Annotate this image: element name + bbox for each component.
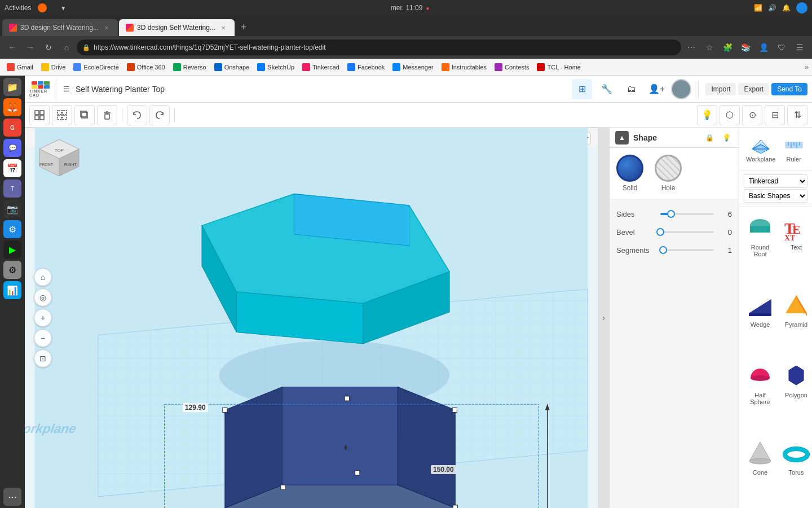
shape-item-polygon[interactable]: Polygon [780,359,812,433]
dock-calendar[interactable]: 📅 [3,159,21,177]
sides-slider[interactable] [660,213,714,215]
flip-button[interactable]: ⇅ [787,105,807,125]
bookmarks-overflow[interactable]: » [805,63,809,71]
dock-discord[interactable]: 💬 [3,139,21,157]
panel-collapse-button[interactable]: ▲ [615,131,629,144]
bookmark-button[interactable]: ☆ [701,40,717,55]
export-button[interactable]: Export [738,83,769,95]
solid-option[interactable]: Solid [616,155,643,192]
shape-item-wedge[interactable]: Wedge [744,288,776,356]
segments-slider[interactable] [660,249,714,251]
add-user-button[interactable]: 👤+ [646,79,667,99]
components-button[interactable]: 🗂 [621,79,642,99]
dock-files[interactable]: 📁 [3,78,21,96]
dock-camera[interactable]: 📷 [3,200,21,218]
dock-firefox[interactable]: 🦊 [3,98,21,116]
delete-button[interactable] [97,105,117,125]
svg-rect-6 [58,116,61,120]
forward-button[interactable]: → [23,40,38,55]
duplicate-button[interactable] [74,105,95,125]
browser-tab-1[interactable]: 3D design Self Watering... ✕ [2,19,118,36]
shape-item-torus[interactable]: Torus [780,436,812,503]
dock-terminal[interactable]: ▶ [3,240,21,259]
dock-unknown1[interactable]: ⚙ [3,220,21,238]
nav-cube[interactable]: TOP FRONT RIGHT [34,137,85,187]
toolbar-separator-1 [122,108,122,122]
lock-shape-button[interactable]: 🔒 [703,131,716,144]
ungroup-button[interactable] [52,105,72,125]
undo-button[interactable] [127,105,147,125]
dock-gmail-app[interactable]: G [3,119,21,137]
light-button[interactable]: 💡 [697,105,717,125]
library-subcategory-select[interactable]: Basic Shapes [744,189,807,203]
shape-item-cone[interactable]: Cone [744,436,776,503]
bookmark-contests[interactable]: Contests [491,62,532,72]
hole-option[interactable]: Hole [655,155,682,192]
shape-item-pyramid[interactable]: Pyramid [780,288,812,356]
shape-item-half-sphere[interactable]: Half Sphere [744,359,776,433]
user-avatar-os[interactable] [796,2,807,14]
bookmark-reverso[interactable]: Reverso [170,62,210,72]
bevel-slider[interactable] [660,231,714,233]
align-button[interactable]: ⬡ [720,105,740,125]
bookmark-office[interactable]: Office 360 [123,62,169,72]
bookmark-onshape[interactable]: Onshape [211,62,253,72]
tools-button[interactable]: 🔧 [597,79,617,99]
dock-libreoffice[interactable]: 📊 [3,281,21,299]
redo-button[interactable] [149,105,170,125]
dock-teams[interactable]: T [3,179,21,198]
ruler-button[interactable]: Ruler [780,132,807,166]
sides-label: Sides [616,210,656,218]
settings-button[interactable]: 🛡 [774,40,789,55]
menu-button[interactable]: ⋯ [683,40,699,55]
tc-viewport[interactable]: Workplane 150.00 129.90 TOP FRONT [25,128,598,508]
bookmark-gmail[interactable]: Gmail [3,62,37,72]
bookmark-tcl[interactable]: TCL - Home [533,62,584,72]
office-icon [127,63,135,71]
bookmark-messenger[interactable]: Messenger [389,62,436,72]
extensions-button[interactable]: 🧩 [720,40,735,55]
align-objects-button[interactable]: ⊟ [765,105,785,125]
library-category-select[interactable]: Tinkercad [744,174,807,188]
back-button[interactable]: ← [5,40,20,55]
shape-item-round-roof[interactable]: Round Roof [744,211,776,285]
tab1-close[interactable]: ✕ [102,23,111,32]
dock-apps-grid[interactable]: ⋯ [3,488,21,506]
tab2-close[interactable]: ✕ [219,23,228,32]
info-shape-button[interactable]: 💡 [720,131,733,144]
bookmark-tinkercad[interactable]: Tinkercad [299,62,343,72]
home-button[interactable]: ⌂ [59,40,74,55]
user-avatar[interactable] [671,79,691,99]
doc-list-icon[interactable]: ☰ [61,84,72,95]
mirror-button[interactable]: ⊙ [742,105,762,125]
fit-view-button[interactable]: ◎ [34,288,52,306]
panel-collapse-toggle[interactable]: › [598,128,609,508]
bookmark-sketchup[interactable]: SketchUp [254,62,298,72]
browser-tab-2[interactable]: 3D design Self Watering... ✕ [119,19,235,36]
group-button[interactable] [29,105,50,125]
fullscreen-button[interactable]: ⊡ [34,349,52,367]
workplane-button[interactable]: Workplane [744,132,778,166]
bookmark-ecole[interactable]: EcoleDirecte [70,62,122,72]
address-bar[interactable]: 🔒 https://www.tinkercad.com/things/1q7D5… [77,40,681,55]
doc-title-text[interactable]: Self Watering Planter Top [76,85,165,94]
history-button[interactable]: 📚 [738,40,753,55]
reload-button[interactable]: ↻ [41,40,56,55]
grid-view-button[interactable]: ⊞ [572,79,592,99]
new-tab-button[interactable]: + [236,19,251,35]
bookmark-drive[interactable]: Drive [38,62,69,72]
tinkercad-logo[interactable]: TINKER CAD [29,78,56,100]
browser-menu[interactable]: ☰ [792,40,807,55]
account-button[interactable]: 👤 [756,40,771,55]
bookmark-instructables[interactable]: Instructables [438,62,490,72]
dock-settings[interactable]: ⚙ [3,261,21,279]
import-button[interactable]: Import [705,83,736,95]
activities-label[interactable]: Activities [5,4,31,12]
svg-point-72 [751,375,770,381]
zoom-out-button[interactable]: − [34,329,52,347]
send-to-button[interactable]: Send To [771,83,807,95]
home-view-button[interactable]: ⌂ [34,268,52,286]
zoom-in-button[interactable]: + [34,309,52,327]
bookmark-facebook[interactable]: Facebook [344,62,388,72]
shape-item-text[interactable]: T E XT Text [780,211,812,285]
